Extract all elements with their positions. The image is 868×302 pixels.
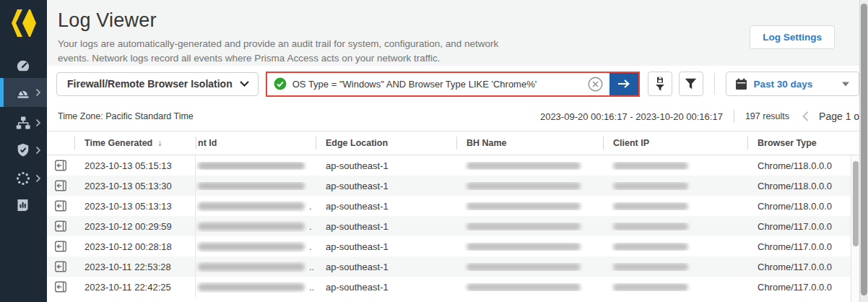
cell-client-ip [603, 182, 747, 190]
open-log-detail-icon[interactable] [54, 260, 67, 273]
redacted-client-ip-value [613, 202, 688, 210]
arrow-right-icon [617, 79, 630, 89]
table-row[interactable]: 2023-10-11 22:53:28 .. ap-southeast-1 Ch… [47, 256, 859, 277]
table-row[interactable]: 2023-10-13 05:13:13 . ap-southeast-1 Chr… [47, 196, 859, 216]
chevron-right-icon [35, 119, 40, 127]
open-log-detail-icon[interactable] [54, 199, 67, 212]
cell-edge-location: ap-southeast-1 [316, 160, 456, 171]
column-header-edge-location[interactable]: Edge Location [316, 131, 456, 155]
column-header-bh-name[interactable]: BH Name [456, 131, 603, 155]
chevron-right-icon [35, 175, 40, 183]
status-divider [734, 110, 734, 123]
cell-bh-name [456, 243, 603, 251]
time-range-value: Past 30 days [754, 79, 813, 90]
cell-bh-name [456, 283, 603, 291]
previous-page-icon[interactable] [802, 111, 809, 121]
cell-time-generated: 2023-10-13 05:15:13 [74, 155, 196, 176]
log-table: Time Generated ↓ nt Id Edge Location BH … [47, 131, 859, 297]
open-log-detail-icon[interactable] [54, 220, 67, 233]
cell-bh-name [456, 223, 603, 230]
table-scrollbar-thumb[interactable] [853, 161, 859, 246]
cell-bh-name [456, 263, 603, 271]
redacted-client-ip-value [613, 182, 688, 190]
cell-client-ip [603, 263, 747, 271]
column-header-time-generated[interactable]: Time Generated ↓ [74, 131, 196, 155]
cell-browser-type: Chrome/118.0.0.0 [747, 201, 851, 212]
cell-edge-location: ap-southeast-1 [316, 221, 456, 232]
query-input[interactable]: OS Type = "Windows" AND Browser Type LIK… [267, 73, 609, 95]
date-range-label: 2023-09-20 00:16:17 - 2023-10-20 00:16:1… [540, 111, 723, 122]
column-header-browser-type[interactable]: Browser Type [747, 131, 851, 155]
redacted-id-value [198, 162, 305, 170]
cell-time-generated: 2023-10-13 05:13:30 [74, 176, 196, 196]
query-text: OS Type = "Windows" AND Browser Type LIK… [292, 79, 582, 90]
time-range-selector[interactable]: Past 30 days [726, 72, 859, 96]
table-row[interactable]: 2023-10-12 00:29:59 . ap-southeast-1 Chr… [47, 216, 859, 236]
save-filter-icon [654, 77, 666, 91]
cell-bh-name [456, 162, 603, 170]
sort-desc-icon: ↓ [157, 138, 162, 148]
cell-time-generated: 2023-10-11 22:53:28 [74, 256, 196, 277]
open-log-detail-icon[interactable] [54, 159, 67, 172]
toolbar-divider [714, 73, 715, 95]
redacted-id-value [198, 263, 305, 271]
alarm-icon [16, 85, 30, 100]
cell-tenant-id: . [196, 201, 316, 212]
open-log-detail-icon[interactable] [54, 280, 67, 293]
redacted-id-value [198, 223, 305, 230]
table-scrollbar[interactable] [851, 155, 859, 302]
page-description: Your logs are automatically-generated an… [58, 37, 526, 66]
sidebar-item-settings[interactable] [0, 164, 47, 193]
sidebar-item-security[interactable] [0, 136, 47, 165]
chevron-right-icon [35, 147, 40, 155]
cell-client-ip [603, 283, 747, 291]
redacted-bh-name-value [466, 263, 581, 271]
sidebar-item-network[interactable] [0, 108, 47, 137]
cell-time-generated: 2023-10-11 22:42:25 [74, 277, 196, 297]
page-scrollbar[interactable] [859, 0, 868, 302]
save-filter-button[interactable] [648, 72, 672, 96]
shield-check-icon [16, 143, 30, 158]
redacted-id-value [198, 202, 305, 210]
cell-browser-type: Chrome/117.0.0.0 [747, 221, 851, 232]
cell-browser-type: Chrome/118.0.0.0 [747, 181, 851, 191]
dotted-circle-icon [16, 171, 30, 186]
table-row[interactable]: 2023-10-12 00:28:18 . ap-southeast-1 Chr… [47, 236, 859, 256]
filter-button[interactable] [679, 72, 703, 96]
page-header: Log Viewer Your logs are automatically-g… [47, 0, 868, 66]
column-header-tenant-id[interactable]: nt Id [196, 131, 316, 155]
table-row[interactable]: 2023-10-13 05:15:13 ap-southeast-1 Chrom… [47, 155, 859, 176]
redacted-client-ip-value [613, 283, 688, 291]
table-row[interactable]: 2023-10-13 05:13:30 ap-southeast-1 Chrom… [47, 176, 859, 196]
run-query-button[interactable] [609, 73, 638, 95]
cell-tenant-id [196, 182, 316, 190]
cell-bh-name [456, 182, 603, 190]
cell-bh-name [456, 202, 603, 210]
sidebar-item-dashboard[interactable] [0, 52, 47, 81]
page-scrollbar-thumb[interactable] [861, 4, 867, 295]
column-header-expand [47, 131, 74, 155]
sidebar-item-reports[interactable] [0, 191, 47, 220]
table-body: 2023-10-13 05:15:13 ap-southeast-1 Chrom… [47, 155, 859, 297]
prisma-access-logo[interactable] [0, 0, 47, 46]
cell-browser-type: Chrome/118.0.0.0 [747, 160, 851, 171]
log-settings-button[interactable]: Log Settings [750, 25, 835, 49]
page-indicator: Page 1 of [819, 111, 859, 122]
redacted-bh-name-value [466, 182, 581, 190]
redacted-client-ip-value [613, 162, 688, 170]
query-clear-icon[interactable] [588, 77, 603, 92]
timezone-label: Time Zone: Pacific Standard Time [58, 111, 194, 121]
cell-tenant-id: . [196, 221, 316, 232]
table-row[interactable]: 2023-10-11 22:42:25 .. ap-southeast-1 Ch… [47, 277, 859, 297]
cell-client-ip [603, 243, 747, 251]
redacted-bh-name-value [466, 202, 581, 210]
filter-funnel-icon [685, 78, 697, 90]
chevron-down-icon [240, 81, 249, 87]
query-toolbar: Firewall/Remote Browser Isolation OS Typ… [47, 66, 859, 102]
sidebar-item-activity-logs[interactable] [0, 78, 47, 107]
calendar-icon [735, 78, 747, 90]
column-header-client-ip[interactable]: Client IP [603, 131, 747, 155]
open-log-detail-icon[interactable] [54, 179, 67, 192]
open-log-detail-icon[interactable] [54, 240, 67, 253]
log-type-selector[interactable]: Firewall/Remote Browser Isolation [56, 72, 259, 96]
